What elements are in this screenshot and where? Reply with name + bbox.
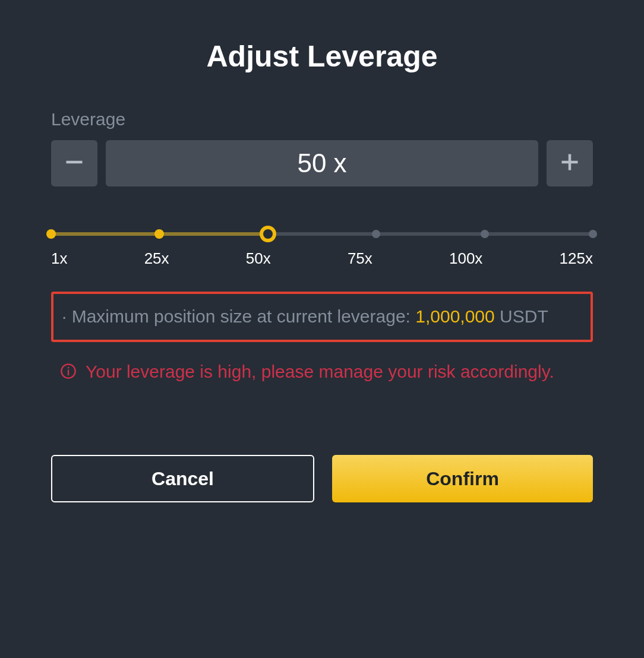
leverage-label: Leverage — [51, 109, 593, 129]
cancel-label: Cancel — [151, 468, 214, 490]
decrease-button[interactable] — [51, 140, 97, 186]
slider-tick-dot — [372, 230, 380, 238]
slider-tick-label: 25x — [144, 249, 169, 268]
cancel-button[interactable]: Cancel — [51, 455, 314, 502]
max-position-amount: 1,000,000 — [415, 306, 494, 326]
max-position-highlight: · Maximum position size at current lever… — [51, 292, 593, 342]
svg-rect-0 — [67, 161, 83, 164]
svg-rect-5 — [68, 367, 69, 368]
slider-thumb[interactable] — [260, 226, 276, 242]
svg-rect-2 — [569, 154, 572, 170]
slider-tick-label: 75x — [348, 249, 372, 268]
action-buttons: Cancel Confirm — [51, 455, 593, 502]
slider-tick-label: 125x — [560, 249, 593, 268]
plus-icon — [559, 151, 580, 175]
risk-warning: Your leverage is high, please manage you… — [51, 360, 593, 384]
slider-tick-labels: 1x 25x 50x 75x 100x 125x — [51, 249, 593, 268]
leverage-stepper: 50 x — [51, 140, 593, 186]
max-position-text: · Maximum position size at current lever… — [62, 305, 582, 329]
confirm-label: Confirm — [426, 468, 499, 490]
svg-rect-4 — [68, 369, 69, 375]
max-position-prefix: · Maximum position size at current lever… — [62, 306, 415, 326]
slider-tick-dot — [46, 229, 56, 239]
max-position-currency: USDT — [495, 306, 548, 326]
minus-icon — [64, 151, 85, 175]
increase-button[interactable] — [547, 140, 593, 186]
slider-tick-label: 50x — [246, 249, 271, 268]
slider-tick-dot — [481, 230, 489, 238]
modal-title: Adjust Leverage — [51, 39, 593, 74]
slider-tick-dot — [154, 229, 164, 239]
leverage-value-input[interactable]: 50 x — [106, 140, 538, 186]
adjust-leverage-modal: Adjust Leverage Leverage 50 x 1x 25x 50x — [0, 0, 644, 658]
slider-tick-label: 100x — [449, 249, 482, 268]
confirm-button[interactable]: Confirm — [332, 455, 593, 502]
info-icon — [59, 362, 77, 380]
slider-tick-label: 1x — [51, 249, 67, 268]
warning-text: Your leverage is high, please manage you… — [86, 360, 554, 384]
leverage-value: 50 x — [297, 148, 346, 178]
slider-tick-dot — [589, 230, 597, 238]
leverage-slider[interactable] — [51, 228, 593, 240]
